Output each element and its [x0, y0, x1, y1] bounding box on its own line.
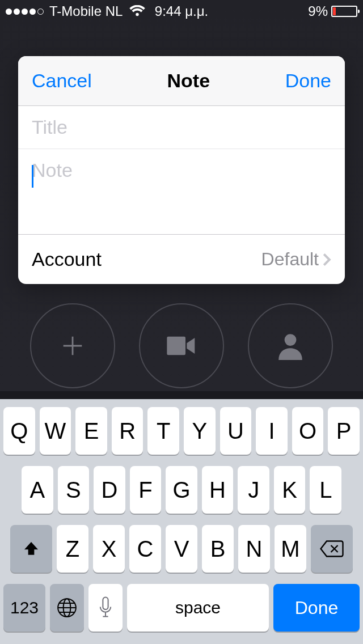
key-o[interactable]: O	[292, 407, 324, 455]
svg-point-1	[285, 334, 297, 346]
key-q[interactable]: Q	[3, 407, 35, 455]
shift-icon	[22, 540, 41, 558]
status-time: 9:44 μ.μ.	[155, 3, 208, 19]
battery-percent: 9%	[308, 3, 328, 19]
note-modal: Cancel Note Done Note Account Default	[18, 56, 345, 284]
globe-key[interactable]	[50, 584, 84, 632]
signal-strength-icon	[6, 9, 44, 15]
key-j[interactable]: J	[238, 466, 269, 514]
numbers-key[interactable]: 123	[3, 584, 45, 632]
key-f[interactable]: F	[130, 466, 162, 514]
svg-rect-0	[167, 337, 185, 355]
battery-icon	[331, 6, 357, 17]
key-y[interactable]: Y	[184, 407, 216, 455]
key-h[interactable]: H	[202, 466, 234, 514]
carrier-label: T-Mobile NL	[49, 3, 123, 19]
contact-circle-button	[248, 303, 333, 388]
key-k[interactable]: K	[274, 466, 306, 514]
keyboard-row-2: A S D F G H J K L	[3, 466, 360, 514]
title-input[interactable]	[18, 106, 345, 149]
done-button[interactable]: Done	[285, 70, 331, 92]
video-icon	[166, 333, 197, 358]
key-a[interactable]: A	[22, 466, 53, 514]
status-right: 9%	[308, 3, 357, 19]
keyboard-row-1: Q W E R T Y U I O P	[3, 407, 360, 455]
key-w[interactable]: W	[40, 407, 71, 455]
key-l[interactable]: L	[310, 466, 341, 514]
key-t[interactable]: T	[147, 407, 179, 455]
add-circle-button	[30, 303, 115, 388]
keyboard-row-3: Z X C V B N M	[3, 525, 360, 573]
shift-key[interactable]	[10, 525, 52, 573]
key-x[interactable]: X	[93, 525, 125, 573]
key-c[interactable]: C	[129, 525, 161, 573]
status-bar: T-Mobile NL 9:44 μ.μ. 9%	[0, 0, 363, 23]
modal-header: Cancel Note Done	[18, 56, 345, 106]
key-s[interactable]: S	[58, 466, 90, 514]
key-i[interactable]: I	[256, 407, 288, 455]
globe-icon	[56, 597, 78, 618]
svg-rect-4	[103, 598, 108, 610]
key-e[interactable]: E	[75, 407, 107, 455]
backspace-key[interactable]	[311, 525, 353, 573]
person-icon	[276, 330, 305, 362]
keyboard: Q W E R T Y U I O P A S D F G H J K L Z …	[0, 399, 363, 644]
keyboard-row-4: 123 space Done	[3, 584, 360, 632]
account-row[interactable]: Account Default	[18, 234, 345, 284]
plus-icon	[57, 330, 88, 362]
video-circle-button	[139, 303, 224, 388]
key-z[interactable]: Z	[57, 525, 88, 573]
wifi-icon	[129, 5, 145, 18]
mic-icon	[98, 596, 113, 619]
cancel-button[interactable]: Cancel	[32, 70, 92, 92]
key-u[interactable]: U	[220, 407, 252, 455]
account-value: Default	[261, 249, 331, 270]
backspace-icon	[320, 540, 344, 557]
modal-body: Note	[18, 106, 345, 234]
key-m[interactable]: M	[275, 525, 306, 573]
mic-key[interactable]	[88, 584, 123, 632]
modal-title: Note	[167, 70, 210, 92]
key-d[interactable]: D	[94, 466, 125, 514]
key-g[interactable]: G	[166, 466, 197, 514]
keyboard-done-key[interactable]: Done	[273, 584, 360, 632]
key-p[interactable]: P	[328, 407, 360, 455]
text-cursor	[32, 165, 33, 188]
key-b[interactable]: B	[202, 525, 234, 573]
key-r[interactable]: R	[112, 407, 143, 455]
key-n[interactable]: N	[238, 525, 270, 573]
key-v[interactable]: V	[166, 525, 197, 573]
space-key[interactable]: space	[127, 584, 269, 632]
chevron-right-icon	[322, 252, 331, 267]
note-textarea[interactable]: Note	[18, 149, 345, 234]
status-left: T-Mobile NL	[6, 3, 145, 19]
background-action-row	[0, 303, 363, 388]
account-label: Account	[32, 248, 102, 270]
